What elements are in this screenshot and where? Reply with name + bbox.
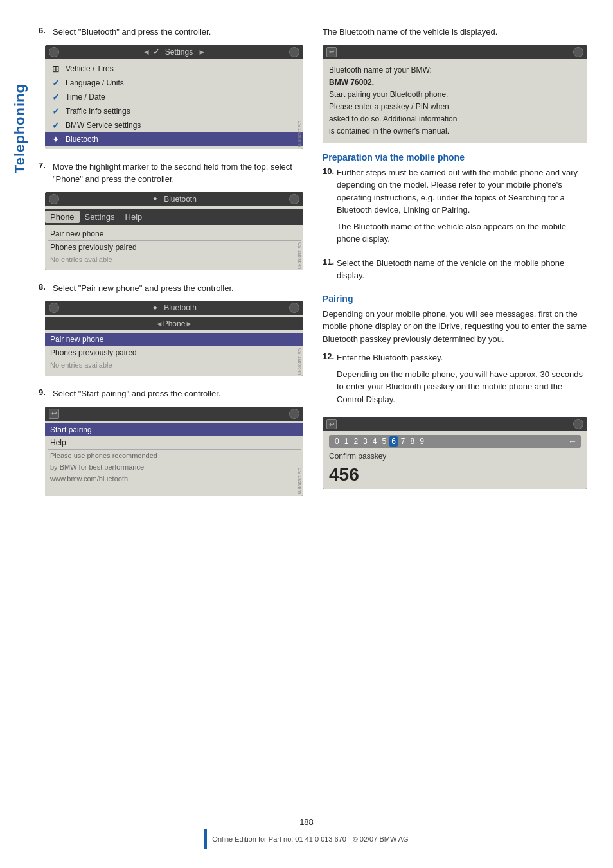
bt-screen-1-header: ✦ Bluetooth [45,192,303,206]
bluetooth-icon: ✦ [50,134,62,145]
bt-info-line-3: Start pairing your Bluetooth phone. [329,89,581,101]
page-footer: 188 Online Edition for Part no. 01 41 0 … [0,817,613,849]
step-10-text: Further steps must be carried out with t… [337,166,587,217]
bt-screen-2-header: ✦ Bluetooth [45,301,303,315]
passkey-confirm-label: Confirm passkey [329,452,581,461]
bt-menu-items-2: Pair new phone Phones previously paired … [45,330,303,373]
bt-info-line-2: BMW 76002. [329,76,581,89]
step-12-subtext: Depending on the mobile phone, you will … [337,368,587,406]
passkey-digit-list: 0 1 2 3 4 5 6 7 8 9 [333,436,426,447]
step-10-subtext: The Bluetooth name of the vehicle also a… [337,220,587,245]
vehicle-icon: ⊞ [50,64,62,74]
settings-item-4: ✓ Traffic Info settings [45,104,303,118]
sp-spacer [45,484,303,493]
passkey-value: 456 [329,465,581,485]
sp-item-help: Help [45,436,303,449]
digit-0: 0 [333,436,341,447]
passkey-digits-row: 0 1 2 3 4 5 6 7 8 9 ← [329,435,581,448]
preparation-heading: Preparation via the mobile phone [323,152,587,163]
bt-title-1: ✦ Bluetooth [59,194,289,204]
bt-screen-1-body: Phone Settings Help Pair new phone Phone… [45,206,303,270]
bt-item-pair-new-2: Pair new phone [45,333,303,346]
settings-item-3: ✓ Time / Date [45,90,303,104]
screen-watermark-4: CS-1abt0b4n [298,468,302,494]
footer-line: Online Edition for Part no. 01 41 0 013 … [204,829,408,849]
settings-item-5: ✓ BMW Service settings [45,118,303,132]
time-check-icon: ✓ [50,92,62,102]
settings-screen-body: ⊞ Vehicle / Tires ✓ Language / Units ✓ T… [45,59,303,149]
step-12-block: 12. Enter the Bluetooth passkey. Dependi… [323,351,587,405]
side-label: Telephoning [12,84,28,173]
sp-knob-right [289,409,299,419]
bt-tab-help: Help [120,211,148,223]
bt-title-2: ✦ Bluetooth [59,303,289,313]
step-10-block: 10. Further steps must be carried out wi… [323,166,587,245]
bt-info-line-1: Bluetooth name of your BMW: [329,64,581,76]
sp-item-start: Start pairing [45,423,303,436]
step-9-block: 9. Select "Start pairing" and press the … [39,387,303,496]
bt-knob-left-1 [49,194,59,204]
bt-tab-settings: Settings [80,211,120,223]
step-11-num: 11. [323,257,337,267]
traffic-check-icon: ✓ [50,106,62,116]
sp-screen-header: ↩ [45,407,303,421]
step-12-text: Enter the Bluetooth passkey. [337,351,443,364]
page-number: 188 [299,817,314,827]
step-11-block: 11. Select the Bluetooth name of the veh… [323,257,587,282]
digit-2: 2 [351,436,360,447]
step-6-text: Select "Bluetooth" and press the control… [53,26,211,39]
left-column: 6. Select "Bluetooth" and press the cont… [39,26,303,508]
screen-watermark-3: CS-1abt0b4n [298,348,302,375]
step-7-text: Move the highlight marker to the second … [53,161,303,186]
footer-text: Online Edition for Part no. 01 41 0 013 … [212,835,408,843]
sp-item-text1: Please use phones recommended [45,450,303,461]
bt-info-line-4: Please enter a passkey / PIN when [329,101,581,113]
step-6-num: 6. [39,26,53,35]
bluetooth-screen-2: ✦ Bluetooth ◄ Phone ► Pair new phone Pho [45,301,303,376]
bt-knob-left-2 [49,303,59,313]
bt-item-previously-2: Phones previously paired [45,346,303,359]
bt-item-no-entries: No entries available [45,254,303,265]
bt-info-screen: ↩ Bluetooth name of your BMW: BMW 76002.… [323,45,587,143]
settings-item-2: ✓ Language / Units [45,76,303,90]
bt-info-header: ↩ [323,45,587,59]
bt-item-pair-new: Pair new phone [45,227,303,240]
step-8-num: 8. [39,282,53,292]
digit-5: 5 [380,436,388,447]
digit-9: 9 [418,436,426,447]
passkey-header: ↩ [323,417,587,431]
backspace-icon: ← [568,436,577,447]
passkey-screen: ↩ 0 1 2 3 4 5 6 7 8 [323,417,587,489]
passkey-knob [573,419,583,429]
screen-watermark-2: CS-1abt0b4n [298,242,302,269]
step-11-text: Select the Bluetooth name of the vehicle… [337,257,587,282]
bt-info-line-5: asked to do so. Additional information [329,113,581,125]
bt-info-body: Bluetooth name of your BMW: BMW 76002. S… [323,59,587,143]
start-pairing-screen: ↩ Start pairing Help Please use phones r… [45,407,303,496]
bt-info-back-icon: ↩ [326,47,337,57]
step-12-num: 12. [323,351,337,361]
settings-screen-header: ◄ ✓ Settings ► [45,45,303,59]
passkey-back-icon: ↩ [326,419,337,429]
digit-3: 3 [361,436,369,447]
bt-knob-right-2 [289,303,299,313]
sp-item-text2: by BMW for best performance. [45,461,303,473]
bt-knob-right-1 [289,194,299,204]
screen-watermark-1: CS-1abt0b4n [298,121,302,147]
bt-info-line-6: is contained in the owner's manual. [329,125,581,137]
bmw-check-icon: ✓ [50,120,62,130]
sp-item-url: www.bmw.com/bluetooth [45,473,303,484]
bt-tab-phone: Phone [45,211,80,223]
step-8-block: 8. Select "Pair new phone" and press the… [39,282,303,376]
sp-screen-body: Start pairing Help Please use phones rec… [45,421,303,496]
sp-back-icon: ↩ [49,409,59,419]
digit-6-active: 6 [389,436,398,447]
settings-screen: ◄ ✓ Settings ► ⊞ Vehicle / Tires ✓ Langu… [45,45,303,149]
right-intro-text: The Bluetooth name of the vehicle is dis… [323,26,587,39]
screen-knob-right [289,47,299,57]
bt-info-knob [573,47,583,57]
screen-knob-left [49,47,59,57]
passkey-body: 0 1 2 3 4 5 6 7 8 9 ← Confirm passkey 45… [323,431,587,489]
step-7-block: 7. Move the highlight marker to the seco… [39,161,303,270]
digit-7: 7 [399,436,407,447]
